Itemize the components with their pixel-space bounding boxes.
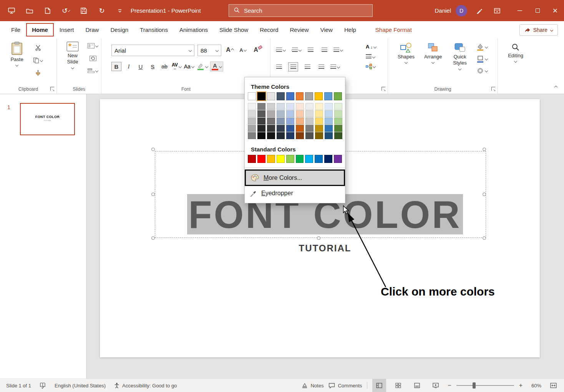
- color-swatch[interactable]: [277, 125, 285, 132]
- color-swatch[interactable]: [257, 92, 265, 100]
- save-icon[interactable]: [80, 7, 88, 15]
- maximize-button[interactable]: [529, 0, 546, 21]
- color-swatch[interactable]: [286, 125, 294, 132]
- color-swatch[interactable]: [334, 118, 342, 125]
- color-swatch[interactable]: [325, 103, 333, 110]
- color-swatch[interactable]: [305, 92, 313, 100]
- drawing-dialog-launcher[interactable]: [491, 87, 495, 91]
- selection-handle-bottom-left[interactable]: [151, 236, 155, 240]
- color-swatch[interactable]: [305, 103, 314, 110]
- color-swatch[interactable]: [248, 132, 256, 139]
- align-text-button[interactable]: [366, 54, 376, 59]
- shape-fill-button[interactable]: [476, 43, 488, 51]
- color-swatch[interactable]: [286, 92, 294, 100]
- text-shadow-button[interactable]: S: [148, 62, 157, 71]
- decrease-indent-button[interactable]: [306, 45, 315, 55]
- color-swatch[interactable]: [257, 155, 265, 163]
- color-swatch[interactable]: [315, 118, 323, 125]
- color-swatch[interactable]: [257, 103, 265, 110]
- align-left-button[interactable]: [274, 62, 284, 71]
- selection-handle-middle-right[interactable]: [483, 193, 486, 196]
- normal-view-button[interactable]: [372, 379, 386, 392]
- line-spacing-button[interactable]: [333, 48, 343, 53]
- user-name[interactable]: Daniel: [435, 7, 451, 14]
- color-swatch[interactable]: [248, 92, 256, 100]
- open-folder-icon[interactable]: [26, 7, 33, 15]
- font-color-chevron[interactable]: [219, 65, 222, 68]
- shape-outline-button[interactable]: [476, 55, 488, 63]
- color-swatch[interactable]: [296, 132, 304, 139]
- numbering-button[interactable]: [290, 48, 301, 53]
- tab-animations[interactable]: Animations: [174, 23, 214, 37]
- color-swatch[interactable]: [267, 92, 275, 100]
- color-swatch[interactable]: [325, 125, 333, 132]
- color-swatch[interactable]: [248, 103, 256, 110]
- tab-view[interactable]: View: [315, 23, 338, 37]
- color-swatch[interactable]: [324, 155, 332, 163]
- tab-home[interactable]: Home: [26, 23, 54, 37]
- shape-effects-button[interactable]: [476, 67, 488, 75]
- quick-styles-button[interactable]: Quick Styles: [448, 42, 472, 70]
- slide-indicator[interactable]: Slide 1 of 1: [6, 383, 31, 389]
- reset-slide-button[interactable]: [88, 54, 98, 63]
- comments-button[interactable]: Comments: [328, 383, 362, 389]
- change-case-button[interactable]: Aa: [184, 63, 194, 70]
- new-file-icon[interactable]: [44, 7, 51, 15]
- color-swatch[interactable]: [277, 118, 285, 125]
- color-swatch[interactable]: [267, 110, 275, 117]
- color-swatch[interactable]: [305, 155, 313, 163]
- color-swatch[interactable]: [296, 92, 304, 100]
- font-color-button[interactable]: A: [211, 62, 223, 71]
- tab-shape-format[interactable]: Shape Format: [370, 23, 418, 37]
- color-swatch[interactable]: [315, 110, 323, 117]
- clipboard-dialog-launcher[interactable]: [50, 87, 54, 91]
- selection-handle-top-left[interactable]: [151, 148, 155, 151]
- start-slideshow-icon[interactable]: [8, 7, 15, 15]
- slideshow-view-button[interactable]: [429, 379, 443, 392]
- color-swatch[interactable]: [305, 125, 314, 132]
- selection-handle-bottom-center[interactable]: [317, 236, 320, 240]
- color-swatch[interactable]: [334, 125, 342, 132]
- color-swatch[interactable]: [277, 132, 285, 139]
- zoom-slider[interactable]: [456, 385, 514, 386]
- tab-insert[interactable]: Insert: [54, 23, 80, 37]
- color-swatch[interactable]: [248, 110, 256, 117]
- font-name-combo[interactable]: Arial: [111, 45, 194, 56]
- tab-design[interactable]: Design: [105, 23, 134, 37]
- layout-button[interactable]: [88, 43, 98, 48]
- color-swatch[interactable]: [315, 125, 323, 132]
- notes-button[interactable]: Notes: [302, 383, 323, 389]
- color-swatch[interactable]: [305, 132, 314, 139]
- color-swatch[interactable]: [315, 132, 323, 139]
- color-swatch[interactable]: [324, 92, 332, 100]
- color-swatch[interactable]: [267, 155, 275, 163]
- align-center-button[interactable]: [288, 62, 298, 71]
- color-swatch[interactable]: [286, 155, 294, 163]
- color-swatch[interactable]: [325, 110, 333, 117]
- color-swatch[interactable]: [286, 110, 294, 117]
- color-swatch[interactable]: [334, 110, 342, 117]
- spellcheck-button[interactable]: [40, 382, 46, 389]
- color-swatch[interactable]: [286, 118, 294, 125]
- text-direction-button[interactable]: A↓: [366, 44, 376, 50]
- color-swatch[interactable]: [267, 132, 275, 139]
- color-swatch[interactable]: [248, 125, 256, 132]
- color-swatch[interactable]: [257, 132, 265, 139]
- arrange-button[interactable]: Arrange: [421, 42, 445, 63]
- ribbon-display-options-icon[interactable]: [493, 7, 501, 15]
- close-button[interactable]: ×: [546, 0, 564, 21]
- redo-button[interactable]: ↻: [98, 7, 106, 15]
- collapse-ribbon-button[interactable]: [555, 83, 557, 90]
- color-swatch[interactable]: [277, 103, 285, 110]
- customize-toolbar-chevron-icon[interactable]: [116, 7, 124, 15]
- color-swatch[interactable]: [267, 118, 275, 125]
- color-swatch[interactable]: [305, 118, 314, 125]
- tab-file[interactable]: File: [5, 23, 26, 37]
- new-slide-button[interactable]: New Slide: [61, 42, 85, 69]
- decrease-font-size-button[interactable]: A: [238, 45, 247, 55]
- text-highlight-button[interactable]: [197, 63, 208, 70]
- clear-formatting-button[interactable]: A: [251, 45, 260, 55]
- cut-button[interactable]: [33, 43, 43, 52]
- more-colors-menu-item[interactable]: More Colors...: [245, 169, 345, 186]
- color-swatch[interactable]: [277, 92, 285, 100]
